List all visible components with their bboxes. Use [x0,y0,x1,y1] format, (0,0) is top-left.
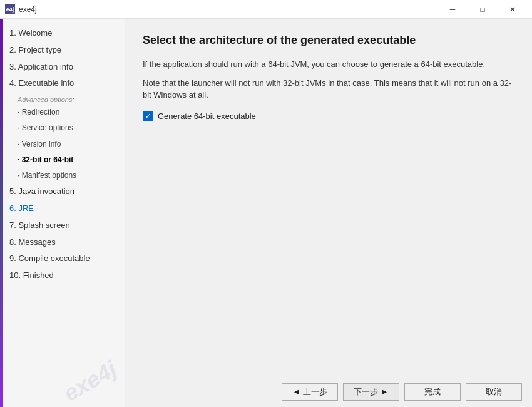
sidebar-accent [0,19,3,407]
sidebar-item-project-type[interactable]: 2. Project type [0,42,125,59]
sidebar-item-splash-screen[interactable]: 7. Splash screen [0,217,125,234]
sidebar-item-finished[interactable]: 10. Finished [0,267,125,284]
finish-button[interactable]: 完成 [404,383,461,401]
content-desc-2: Note that the launcher will not run with… [143,77,514,101]
content-area: Select the architecture of the generated… [125,19,532,407]
sidebar-item-32-64-bit[interactable]: · 32-bit or 64-bit [0,152,125,168]
app-icon: e4j [5,4,15,14]
window-title: exe4j [19,5,438,14]
generate-64bit-row[interactable]: ✓ Generate 64-bit executable [143,111,514,121]
sidebar-item-service-options[interactable]: · Service options [0,120,125,136]
minimize-button[interactable]: ─ [438,0,467,19]
sidebar-item-java-invocation[interactable]: 5. Java invocation [0,183,125,200]
content-body: Select the architecture of the generated… [125,19,532,376]
sidebar-item-version-info[interactable]: · Version info [0,137,125,152]
sidebar-item-jre[interactable]: 6. JRE [0,200,125,217]
sidebar-item-welcome[interactable]: 1. Welcome [0,25,125,42]
sidebar-item-application-info[interactable]: 3. Application info [0,59,125,76]
sidebar-item-manifest-options[interactable]: · Manifest options [0,168,125,183]
cancel-button[interactable]: 取消 [466,383,522,401]
generate-64bit-checkbox[interactable]: ✓ [143,111,153,121]
next-button[interactable]: 下一步 ► [343,383,399,401]
sidebar-item-messages[interactable]: 8. Messages [0,234,125,251]
sidebar-advanced-label: Advanced options: [0,92,125,105]
sidebar-item-compile-executable[interactable]: 9. Compile executable [0,250,125,267]
sidebar-item-executable-info[interactable]: 4. Executable info [0,75,125,92]
content-desc-1: If the application should run with a 64-… [143,58,514,71]
maximize-button[interactable]: □ [468,0,497,19]
sidebar-watermark: exe4j [59,356,121,406]
back-button[interactable]: ◄ 上一步 [282,383,338,401]
content-title: Select the architecture of the generated… [143,34,514,47]
generate-64bit-label[interactable]: Generate 64-bit executable [158,111,256,121]
footer: ◄ 上一步 下一步 ► 完成 取消 [125,376,532,407]
checkmark-icon: ✓ [145,113,151,120]
app-icon-text: e4j [6,6,14,13]
title-bar: e4j exe4j ─ □ ✕ [0,0,532,19]
window-controls: ─ □ ✕ [438,0,527,19]
main-container: 1. Welcome2. Project type3. Application … [0,19,532,407]
close-button[interactable]: ✕ [498,0,527,19]
sidebar: 1. Welcome2. Project type3. Application … [0,19,125,407]
sidebar-item-redirection[interactable]: · Redirection [0,105,125,120]
